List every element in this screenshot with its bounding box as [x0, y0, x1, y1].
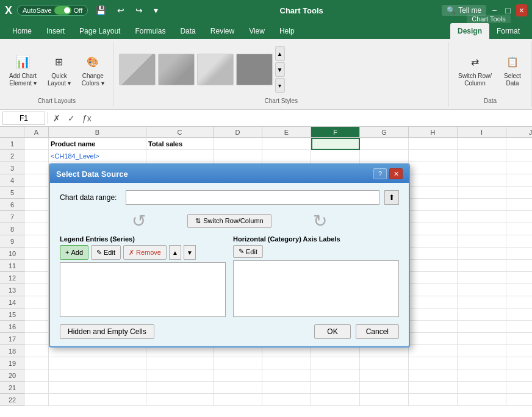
axis-edit-label: Edit [246, 248, 257, 255]
legend-remove-button[interactable]: ✗ Remove [123, 245, 167, 260]
app-ribbon-tabs: Home Insert Page Layout Formulas Data Re… [5, 23, 302, 39]
insert-function-button[interactable]: ƒx [80, 112, 94, 124]
chart-data-range-row: Chart data range: ⬆ [60, 190, 399, 205]
excel-logo-icon: X [5, 4, 12, 17]
tab-design[interactable]: Design [450, 23, 489, 39]
quick-layout-icon: ⊞ [49, 52, 69, 71]
switch-rowcol-label: Switch Row/Column [203, 217, 263, 224]
chart-style-2[interactable] [158, 54, 195, 85]
chart-layouts-buttons: 📊 Add ChartElement ▾ ⊞ QuickLayout ▾ 🎨 C… [5, 44, 109, 95]
left-arrow-button[interactable]: ↺ [126, 211, 151, 230]
hidden-empty-cells-label: Hidden and Empty Cells [68, 327, 146, 336]
accept-formula-button[interactable]: ✓ [65, 112, 77, 124]
dialog-action-buttons: OK Cancel [314, 324, 399, 339]
tab-review[interactable]: Review [203, 23, 242, 39]
formula-bar-separator [48, 112, 48, 124]
dialog-body: Chart data range: ⬆ ↺ ⇅ Switch Row/Colum… [50, 183, 409, 346]
formula-bar: ✗ ✓ ƒx [0, 110, 532, 127]
quick-layout-button[interactable]: ⊞ QuickLayout ▾ [43, 49, 75, 90]
legend-entries-label: Legend Entries (Series) [60, 235, 226, 243]
scroll-down-button[interactable]: ▼ [275, 62, 285, 77]
axis-labels-label: Horizontal (Category) Axis Labels [233, 235, 399, 243]
cell-reference-box[interactable] [2, 112, 45, 125]
change-colors-label: ChangeColors ▾ [82, 73, 104, 87]
change-colors-button[interactable]: 🎨 ChangeColors ▾ [77, 49, 109, 90]
chart-styles-swatches: ▲ ▼ ▾ [119, 44, 444, 95]
title-bar-left: X AutoSave Off 💾 ↩ ↪ ▾ [5, 4, 161, 17]
switch-icon: ⇅ [195, 217, 201, 225]
undo-button[interactable]: ↩ [114, 4, 128, 16]
select-data-label: SelectData [504, 73, 521, 87]
cancel-label: Cancel [366, 327, 389, 336]
ok-label: OK [327, 327, 337, 336]
chart-tools-group-label: Chart Tools [467, 15, 510, 23]
chart-styles-content: ▲ ▼ ▾ [119, 44, 444, 95]
tab-home[interactable]: Home [5, 23, 39, 39]
formula-input[interactable] [96, 113, 530, 124]
redo-button[interactable]: ↪ [132, 4, 146, 16]
app-title: Chart Tools [280, 6, 323, 15]
scroll-up-button[interactable]: ▲ [275, 46, 285, 61]
chart-styles-scroll: ▲ ▼ ▾ [275, 46, 285, 93]
autosave-label: AutoSave [23, 7, 52, 14]
legend-entries-pane: Legend Entries (Series) + Add ✎ Edit [60, 235, 226, 317]
chart-style-1[interactable] [119, 54, 156, 85]
legend-add-button[interactable]: + Add [60, 245, 88, 260]
dialog-help-button[interactable]: ? [373, 168, 387, 179]
legend-down-button[interactable]: ▼ [184, 245, 196, 260]
dialog-footer: Hidden and Empty Cells OK Cancel [60, 324, 399, 339]
tab-formulas[interactable]: Formulas [128, 23, 173, 39]
legend-remove-label: Remove [136, 249, 161, 256]
chart-style-4[interactable] [236, 54, 273, 85]
dialog-overlay: Select Data Source ? ✕ Chart data range:… [0, 127, 532, 417]
data-group-label: Data [484, 95, 497, 104]
dialog-close-button[interactable]: ✕ [389, 168, 403, 179]
cancel-formula-button[interactable]: ✗ [51, 112, 63, 124]
select-data-icon: 📋 [503, 52, 522, 71]
chart-styles-group: ▲ ▼ ▾ Chart Styles [114, 41, 449, 107]
autosave-state: Off [74, 7, 82, 14]
data-group-buttons: ⇄ Switch Row/Column 📋 SelectData [454, 44, 527, 95]
tab-help[interactable]: Help [272, 23, 302, 39]
change-colors-icon: 🎨 [83, 52, 102, 71]
customize-quick-access[interactable]: ▾ [151, 4, 161, 16]
tab-format[interactable]: Format [489, 23, 527, 39]
autosave-toggle[interactable] [54, 6, 71, 15]
ribbon-toolbar: 📊 Add ChartElement ▾ ⊞ QuickLayout ▾ 🎨 C… [0, 39, 532, 110]
switch-row-area: ↺ ⇅ Switch Row/Column ↻ [60, 211, 399, 230]
data-group: ⇄ Switch Row/Column 📋 SelectData Data [449, 41, 532, 107]
two-pane-area: Legend Entries (Series) + Add ✎ Edit [60, 235, 399, 317]
switch-row-column-icon: ⇄ [465, 52, 484, 71]
chart-data-range-label: Chart data range: [60, 193, 121, 202]
add-chart-element-button[interactable]: 📊 Add ChartElement ▾ [5, 49, 41, 90]
select-data-button[interactable]: 📋 SelectData [498, 49, 527, 90]
axis-edit-button[interactable]: ✎ Edit [233, 245, 263, 258]
chart-data-range-input[interactable] [126, 190, 379, 205]
tab-data[interactable]: Data [173, 23, 203, 39]
axis-labels-pane: Horizontal (Category) Axis Labels ✎ Edit [233, 235, 399, 317]
hidden-empty-cells-button[interactable]: Hidden and Empty Cells [60, 324, 154, 339]
tab-page-layout[interactable]: Page Layout [72, 23, 128, 39]
dialog-titlebar: Select Data Source ? ✕ [50, 165, 409, 183]
axis-labels-list[interactable] [233, 260, 399, 317]
dialog-ok-button[interactable]: OK [314, 324, 350, 339]
chart-style-3[interactable] [197, 54, 234, 85]
axis-edit-icon: ✎ [239, 248, 244, 255]
tab-view[interactable]: View [242, 23, 272, 39]
switch-row-column-button[interactable]: ⇄ Switch Row/Column [454, 49, 496, 90]
switch-row-column-label: Switch Row/Column [458, 73, 492, 87]
range-selector-button[interactable]: ⬆ [384, 190, 399, 205]
dialog-cancel-button[interactable]: Cancel [356, 324, 399, 339]
legend-edit-button[interactable]: ✎ Edit [91, 245, 121, 260]
right-arrow-button[interactable]: ↻ [308, 211, 332, 230]
switch-row-column-dialog-button[interactable]: ⇅ Switch Row/Column [187, 214, 271, 228]
autosave-badge: AutoSave Off [17, 5, 88, 16]
spreadsheet: A B C D E F G H I J K 1 2 3 4 5 6 7 8 9 … [0, 127, 532, 417]
legend-up-button[interactable]: ▲ [169, 245, 181, 260]
scroll-more-button[interactable]: ▾ [275, 78, 285, 93]
quick-layout-label: QuickLayout ▾ [48, 73, 71, 87]
save-button[interactable]: 💾 [93, 4, 109, 16]
select-data-source-dialog: Select Data Source ? ✕ Chart data range:… [49, 163, 410, 348]
tab-insert[interactable]: Insert [39, 23, 72, 39]
legend-entries-list[interactable] [60, 262, 226, 317]
